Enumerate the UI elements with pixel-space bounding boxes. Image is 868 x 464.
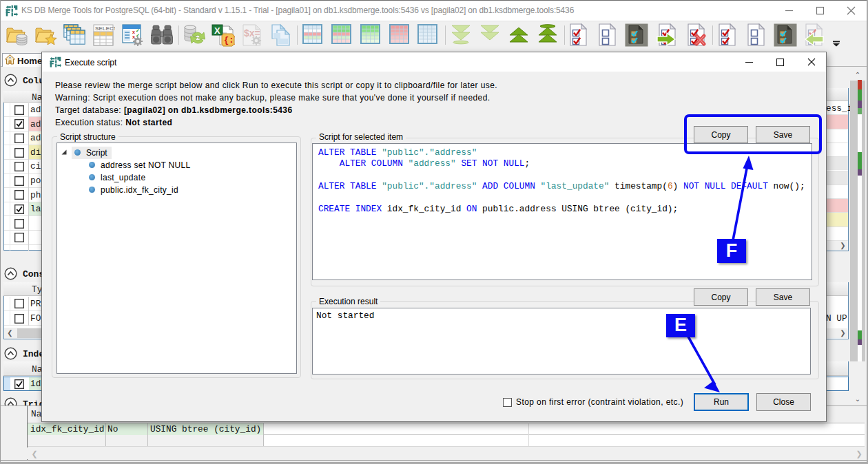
svg-text:X: X (214, 25, 220, 36)
svg-text:x: x (132, 30, 135, 34)
svg-text:$x=: $x= (244, 28, 260, 39)
svg-text:✓: ✓ (136, 28, 140, 33)
svg-text:SELECT: SELECT (95, 25, 115, 32)
svg-text:{:}: {:} (224, 36, 235, 45)
